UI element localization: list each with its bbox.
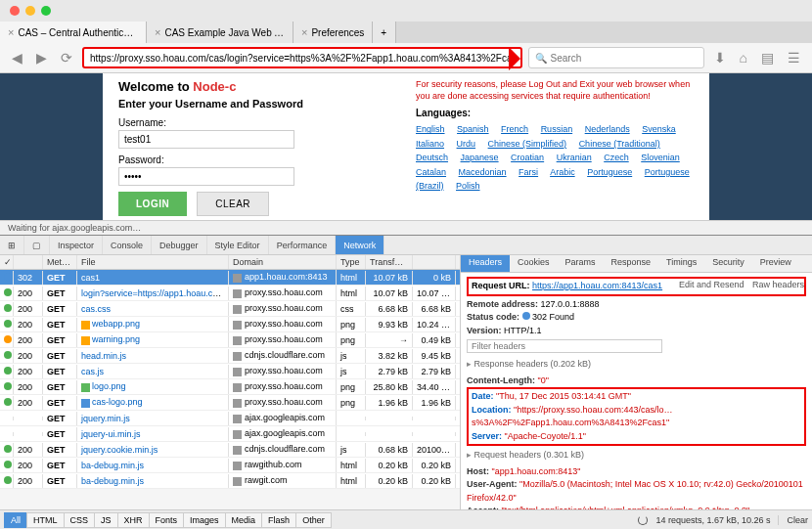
- network-row[interactable]: 200GEThead.min.jscdnjs.cloudflare.comjs3…: [0, 348, 460, 364]
- clear-button[interactable]: CLEAR: [197, 192, 269, 216]
- devtools-tab-inspector[interactable]: Inspector: [50, 236, 103, 254]
- language-link[interactable]: Chinese (Traditional): [579, 139, 660, 149]
- language-link[interactable]: Spanish: [457, 124, 489, 134]
- edit-resend-button[interactable]: Edit and Resend: [679, 280, 744, 289]
- devtools-tab-network[interactable]: Network: [336, 236, 384, 254]
- network-row[interactable]: GETjquery.min.jsajax.googleapis.com: [0, 411, 460, 426]
- bookmarks-icon[interactable]: ▤: [757, 50, 778, 66]
- close-tab-icon[interactable]: ×: [301, 26, 307, 38]
- detail-actions: Edit and Resend Raw headers: [671, 277, 806, 294]
- filter-other[interactable]: Other: [295, 512, 332, 528]
- filter-js[interactable]: JS: [94, 512, 118, 528]
- detail-tab-params[interactable]: Params: [558, 255, 604, 272]
- language-link[interactable]: Chinese (Simplified): [488, 139, 567, 149]
- detail-tab-preview[interactable]: Preview: [752, 255, 799, 272]
- network-row[interactable]: 200GETlogo.pngproxy.sso.hoau.compng25.80…: [0, 379, 460, 395]
- language-link[interactable]: Slovenian: [641, 153, 680, 162]
- password-input[interactable]: [118, 167, 294, 186]
- close-tab-icon[interactable]: ×: [8, 26, 14, 38]
- detail-tab-headers[interactable]: Headers: [461, 255, 510, 272]
- filter-xhr[interactable]: XHR: [117, 512, 150, 528]
- filter-css[interactable]: CSS: [64, 512, 96, 528]
- browser-tab[interactable]: ×Preferences: [293, 22, 373, 43]
- url-input[interactable]: [90, 53, 515, 64]
- forward-button[interactable]: ▶: [32, 50, 51, 66]
- devtools-tab-console[interactable]: Console: [103, 236, 152, 254]
- language-link[interactable]: Deutsch: [416, 153, 448, 162]
- language-link[interactable]: Catalan: [416, 167, 446, 177]
- filter-html[interactable]: HTML: [26, 512, 65, 528]
- detail-tab-cookies[interactable]: Cookies: [510, 255, 558, 272]
- network-row[interactable]: 200GETcas.cssproxy.sso.hoau.comcss6.68 k…: [0, 301, 460, 317]
- filter-fonts[interactable]: Fonts: [149, 512, 185, 528]
- filter-all[interactable]: All: [4, 512, 27, 528]
- language-link[interactable]: Urdu: [457, 139, 476, 149]
- language-link[interactable]: Russian: [541, 124, 573, 134]
- reload-button[interactable]: ⟳: [57, 50, 76, 66]
- search-input[interactable]: [551, 53, 698, 64]
- language-link[interactable]: Nederlands: [585, 124, 630, 134]
- network-row[interactable]: 200GETba-debug.min.jsrawgithub.comhtml0.…: [0, 458, 460, 473]
- detail-tab-timings[interactable]: Timings: [658, 255, 704, 272]
- network-row[interactable]: 200GETcas-logo.pngproxy.sso.hoau.compng1…: [0, 395, 460, 411]
- detail-tab-response[interactable]: Response: [604, 255, 659, 272]
- filter-flash[interactable]: Flash: [261, 512, 296, 528]
- username-input[interactable]: [118, 130, 294, 149]
- detail-pane: HeadersCookiesParamsResponseTimingsSecur…: [460, 255, 812, 509]
- devtools-frame-icon[interactable]: ▢: [24, 236, 50, 254]
- language-link[interactable]: English: [416, 124, 445, 134]
- language-link[interactable]: French: [501, 124, 528, 134]
- close-window[interactable]: [10, 6, 20, 16]
- request-headers-section[interactable]: Request headers (0.301 kB): [467, 449, 806, 463]
- language-link[interactable]: Ukranian: [557, 153, 592, 162]
- raw-headers-button[interactable]: Raw headers: [752, 280, 804, 289]
- network-row[interactable]: 200GETlogin?service=https://app1.hoau.co…: [0, 286, 460, 301]
- menu-icon[interactable]: ☰: [784, 50, 804, 66]
- zoom-window[interactable]: [41, 6, 51, 16]
- language-link[interactable]: Italiano: [416, 139, 444, 149]
- filter-media[interactable]: Media: [225, 512, 263, 528]
- devtools-picker-icon[interactable]: ⊞: [0, 236, 24, 254]
- clear-button[interactable]: Clear: [778, 515, 808, 525]
- back-button[interactable]: ◀: [8, 50, 26, 66]
- network-header: ✓ Method File Domain Type Transferred: [0, 255, 460, 270]
- language-link[interactable]: Farsi: [519, 167, 538, 177]
- close-tab-icon[interactable]: ×: [155, 26, 160, 38]
- network-row[interactable]: 200GETba-debug.min.jsrawgit.comhtml0.20 …: [0, 473, 460, 489]
- language-link[interactable]: Polish: [456, 181, 480, 191]
- language-link[interactable]: Macedonian: [459, 167, 507, 177]
- downloads-icon[interactable]: ⬇: [710, 50, 730, 66]
- search-bar[interactable]: 🔍: [528, 47, 704, 68]
- network-row[interactable]: 200GETcas.jsproxy.sso.hoau.comjs2.79 kB2…: [0, 364, 460, 379]
- filter-headers-input[interactable]: [467, 339, 662, 353]
- browser-tab[interactable]: ×CAS – Central Authenticatio...: [0, 22, 147, 43]
- status-bar: Waiting for ajax.googleapis.com…: [0, 220, 812, 235]
- home-icon[interactable]: ⌂: [736, 50, 751, 66]
- network-row[interactable]: 302GETcas1app1.hoau.com:8413html10.07 kB…: [0, 270, 460, 286]
- network-row[interactable]: 200GETwarning.pngproxy.sso.hoau.compng→0…: [0, 332, 460, 348]
- browser-tab[interactable]: ×CAS Example Java Web App: [147, 22, 293, 43]
- minimize-window[interactable]: [25, 6, 35, 16]
- url-bar[interactable]: [82, 47, 522, 68]
- language-link[interactable]: Japanese: [461, 153, 499, 162]
- detail-tab-security[interactable]: Security: [704, 255, 752, 272]
- language-link[interactable]: Czech: [604, 153, 629, 162]
- language-link[interactable]: Portuguese: [587, 167, 632, 177]
- reload-icon[interactable]: [638, 515, 648, 525]
- language-link[interactable]: Arabic: [550, 167, 575, 177]
- language-link[interactable]: Croatian: [511, 153, 544, 162]
- devtools-tab-performance[interactable]: Performance: [269, 236, 337, 254]
- login-card: Welcome to Node-c Enter your Username an…: [103, 73, 709, 220]
- filter-images[interactable]: Images: [183, 512, 226, 528]
- page-content: Welcome to Node-c Enter your Username an…: [0, 73, 812, 220]
- network-row[interactable]: 200GETjquery.cookie.min.jscdnjs.cloudfla…: [0, 442, 460, 458]
- network-row[interactable]: GETjquery-ui.min.jsajax.googleapis.com: [0, 426, 460, 442]
- devtools-footer: AllHTMLCSSJSXHRFontsImagesMediaFlashOthe…: [0, 509, 812, 529]
- response-headers-section[interactable]: Response headers (0.202 kB): [467, 358, 806, 372]
- network-row[interactable]: 200GETwebapp.pngproxy.sso.hoau.compng9.9…: [0, 317, 460, 332]
- language-link[interactable]: Svenska: [642, 124, 676, 134]
- devtools-tab-style-editor[interactable]: Style Editor: [207, 236, 269, 254]
- devtools-tab-debugger[interactable]: Debugger: [152, 236, 207, 254]
- login-button[interactable]: LOGIN: [118, 192, 187, 216]
- new-tab-button[interactable]: +: [373, 22, 396, 43]
